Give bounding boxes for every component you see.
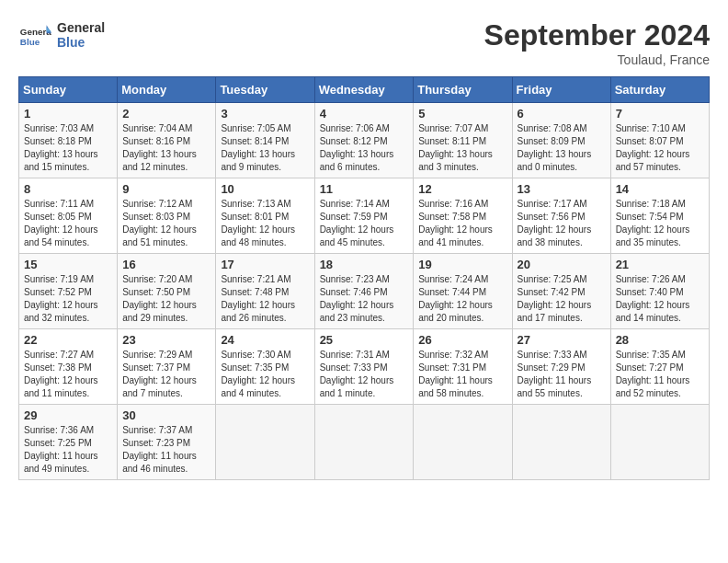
day-info: Sunrise: 7:25 AM Sunset: 7:42 PM Dayligh… <box>518 273 606 325</box>
calendar-cell: 25Sunrise: 7:31 AM Sunset: 7:33 PM Dayli… <box>314 329 414 405</box>
calendar-cell: 23Sunrise: 7:29 AM Sunset: 7:37 PM Dayli… <box>118 329 216 405</box>
day-number: 8 <box>24 182 112 196</box>
day-info: Sunrise: 7:16 AM Sunset: 7:58 PM Dayligh… <box>418 198 506 249</box>
calendar-cell: 5Sunrise: 7:07 AM Sunset: 8:11 PM Daylig… <box>414 103 512 178</box>
logo: General Blue General Blue <box>18 18 105 52</box>
calendar-cell: 15Sunrise: 7:19 AM Sunset: 7:52 PM Dayli… <box>19 254 118 329</box>
day-info: Sunrise: 7:31 AM Sunset: 7:33 PM Dayligh… <box>320 349 409 400</box>
day-info: Sunrise: 7:24 AM Sunset: 7:44 PM Dayligh… <box>418 273 506 325</box>
calendar-cell <box>512 405 610 480</box>
day-number: 11 <box>320 182 409 196</box>
day-number: 28 <box>616 333 704 347</box>
day-number: 20 <box>518 258 606 271</box>
day-number: 17 <box>221 258 309 271</box>
day-number: 21 <box>616 258 704 271</box>
day-info: Sunrise: 7:06 AM Sunset: 8:12 PM Dayligh… <box>320 122 409 174</box>
calendar-cell: 13Sunrise: 7:17 AM Sunset: 7:56 PM Dayli… <box>512 178 610 254</box>
day-info: Sunrise: 7:27 AM Sunset: 7:38 PM Dayligh… <box>24 349 112 400</box>
day-number: 7 <box>616 107 704 121</box>
calendar-cell: 10Sunrise: 7:13 AM Sunset: 8:01 PM Dayli… <box>216 178 314 254</box>
day-number: 18 <box>320 258 409 271</box>
calendar-table: SundayMondayTuesdayWednesdayThursdayFrid… <box>18 76 710 480</box>
logo-general: General <box>57 20 105 35</box>
day-number: 9 <box>122 182 210 196</box>
weekday-header-row: SundayMondayTuesdayWednesdayThursdayFrid… <box>19 77 710 103</box>
day-number: 26 <box>418 333 506 347</box>
day-number: 3 <box>221 107 309 121</box>
calendar-cell: 7Sunrise: 7:10 AM Sunset: 8:07 PM Daylig… <box>610 103 709 178</box>
day-number: 15 <box>24 258 112 271</box>
day-info: Sunrise: 7:18 AM Sunset: 7:54 PM Dayligh… <box>616 198 704 249</box>
day-info: Sunrise: 7:07 AM Sunset: 8:11 PM Dayligh… <box>418 122 506 174</box>
calendar-cell <box>414 405 512 480</box>
calendar-week-5: 29Sunrise: 7:36 AM Sunset: 7:25 PM Dayli… <box>19 405 710 480</box>
day-info: Sunrise: 7:33 AM Sunset: 7:29 PM Dayligh… <box>518 349 606 400</box>
calendar-cell: 18Sunrise: 7:23 AM Sunset: 7:46 PM Dayli… <box>314 254 414 329</box>
day-number: 30 <box>122 408 210 422</box>
day-info: Sunrise: 7:17 AM Sunset: 7:56 PM Dayligh… <box>518 198 606 249</box>
calendar-cell: 28Sunrise: 7:35 AM Sunset: 7:27 PM Dayli… <box>610 329 709 405</box>
day-number: 14 <box>616 182 704 196</box>
day-info: Sunrise: 7:32 AM Sunset: 7:31 PM Dayligh… <box>418 349 506 400</box>
weekday-header-tuesday: Tuesday <box>216 77 314 103</box>
calendar-cell <box>216 405 314 480</box>
title-block: September 2024 Toulaud, France <box>484 18 710 67</box>
day-number: 19 <box>418 258 506 271</box>
logo-icon: General Blue <box>18 18 51 52</box>
day-info: Sunrise: 7:37 AM Sunset: 7:23 PM Dayligh… <box>122 424 210 476</box>
day-number: 4 <box>320 107 409 121</box>
day-number: 1 <box>24 107 112 121</box>
calendar-cell: 3Sunrise: 7:05 AM Sunset: 8:14 PM Daylig… <box>216 103 314 178</box>
day-info: Sunrise: 7:26 AM Sunset: 7:40 PM Dayligh… <box>616 273 704 325</box>
day-info: Sunrise: 7:36 AM Sunset: 7:25 PM Dayligh… <box>24 424 112 476</box>
weekday-header-monday: Monday <box>118 77 216 103</box>
day-info: Sunrise: 7:08 AM Sunset: 8:09 PM Dayligh… <box>518 122 606 174</box>
calendar-cell: 22Sunrise: 7:27 AM Sunset: 7:38 PM Dayli… <box>19 329 118 405</box>
day-number: 12 <box>418 182 506 196</box>
calendar-cell: 8Sunrise: 7:11 AM Sunset: 8:05 PM Daylig… <box>19 178 118 254</box>
calendar-cell: 29Sunrise: 7:36 AM Sunset: 7:25 PM Dayli… <box>19 405 118 480</box>
calendar-cell: 30Sunrise: 7:37 AM Sunset: 7:23 PM Dayli… <box>118 405 216 480</box>
calendar-cell: 16Sunrise: 7:20 AM Sunset: 7:50 PM Dayli… <box>118 254 216 329</box>
day-info: Sunrise: 7:20 AM Sunset: 7:50 PM Dayligh… <box>122 273 210 325</box>
page-header: General Blue General Blue September 2024… <box>18 18 710 67</box>
day-info: Sunrise: 7:10 AM Sunset: 8:07 PM Dayligh… <box>616 122 704 174</box>
day-info: Sunrise: 7:05 AM Sunset: 8:14 PM Dayligh… <box>221 122 309 174</box>
month-title: September 2024 <box>484 18 710 52</box>
day-number: 16 <box>122 258 210 271</box>
day-number: 22 <box>24 333 112 347</box>
logo-blue: Blue <box>57 35 105 50</box>
calendar-cell: 2Sunrise: 7:04 AM Sunset: 8:16 PM Daylig… <box>118 103 216 178</box>
calendar-cell: 6Sunrise: 7:08 AM Sunset: 8:09 PM Daylig… <box>512 103 610 178</box>
day-number: 27 <box>518 333 606 347</box>
day-info: Sunrise: 7:30 AM Sunset: 7:35 PM Dayligh… <box>221 349 309 400</box>
day-info: Sunrise: 7:23 AM Sunset: 7:46 PM Dayligh… <box>320 273 409 325</box>
calendar-cell: 17Sunrise: 7:21 AM Sunset: 7:48 PM Dayli… <box>216 254 314 329</box>
calendar-cell: 26Sunrise: 7:32 AM Sunset: 7:31 PM Dayli… <box>414 329 512 405</box>
weekday-header-sunday: Sunday <box>19 77 118 103</box>
weekday-header-friday: Friday <box>512 77 610 103</box>
calendar-cell: 12Sunrise: 7:16 AM Sunset: 7:58 PM Dayli… <box>414 178 512 254</box>
day-number: 10 <box>221 182 309 196</box>
calendar-week-2: 8Sunrise: 7:11 AM Sunset: 8:05 PM Daylig… <box>19 178 710 254</box>
calendar-cell: 11Sunrise: 7:14 AM Sunset: 7:59 PM Dayli… <box>314 178 414 254</box>
weekday-header-wednesday: Wednesday <box>314 77 414 103</box>
day-info: Sunrise: 7:29 AM Sunset: 7:37 PM Dayligh… <box>122 349 210 400</box>
weekday-header-saturday: Saturday <box>610 77 709 103</box>
calendar-week-4: 22Sunrise: 7:27 AM Sunset: 7:38 PM Dayli… <box>19 329 710 405</box>
day-number: 24 <box>221 333 309 347</box>
calendar-cell <box>610 405 709 480</box>
calendar-cell: 4Sunrise: 7:06 AM Sunset: 8:12 PM Daylig… <box>314 103 414 178</box>
calendar-cell: 19Sunrise: 7:24 AM Sunset: 7:44 PM Dayli… <box>414 254 512 329</box>
day-info: Sunrise: 7:14 AM Sunset: 7:59 PM Dayligh… <box>320 198 409 249</box>
weekday-header-thursday: Thursday <box>414 77 512 103</box>
day-info: Sunrise: 7:21 AM Sunset: 7:48 PM Dayligh… <box>221 273 309 325</box>
day-number: 25 <box>320 333 409 347</box>
day-info: Sunrise: 7:11 AM Sunset: 8:05 PM Dayligh… <box>24 198 112 249</box>
calendar-week-3: 15Sunrise: 7:19 AM Sunset: 7:52 PM Dayli… <box>19 254 710 329</box>
day-number: 5 <box>418 107 506 121</box>
day-info: Sunrise: 7:35 AM Sunset: 7:27 PM Dayligh… <box>616 349 704 400</box>
calendar-cell: 1Sunrise: 7:03 AM Sunset: 8:18 PM Daylig… <box>19 103 118 178</box>
calendar-cell: 9Sunrise: 7:12 AM Sunset: 8:03 PM Daylig… <box>118 178 216 254</box>
day-info: Sunrise: 7:03 AM Sunset: 8:18 PM Dayligh… <box>24 122 112 174</box>
